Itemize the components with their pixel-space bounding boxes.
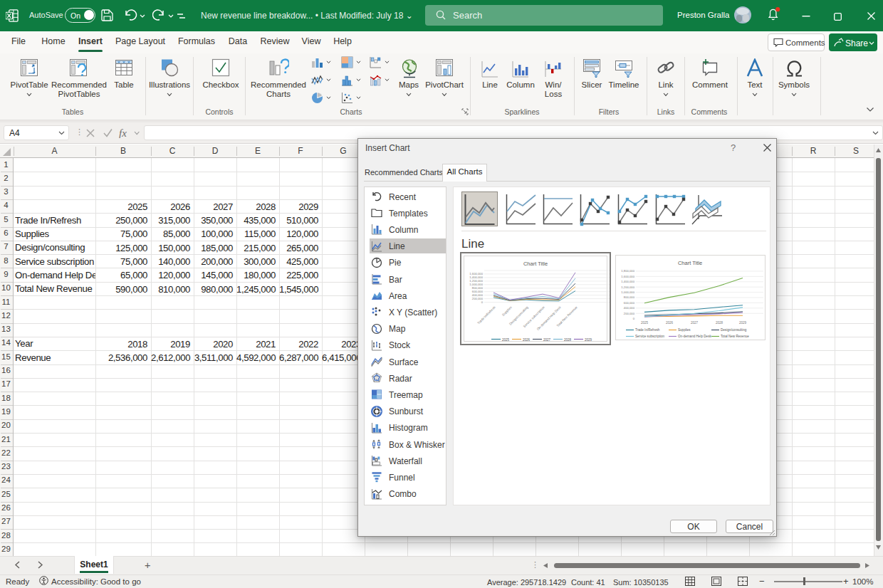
svg-text:600,000: 600,000 [624, 301, 635, 305]
svg-text:2028: 2028 [564, 338, 572, 342]
svg-text:2025: 2025 [641, 321, 649, 325]
svg-text:200,000: 200,000 [624, 312, 635, 315]
svg-text:0: 0 [633, 317, 635, 320]
svg-text:2026: 2026 [523, 338, 531, 342]
svg-text:2027: 2027 [691, 321, 699, 325]
svg-text:1,800,000: 1,800,000 [621, 269, 634, 273]
svg-text:Chart Title: Chart Title [523, 261, 548, 267]
svg-text:Supplies: Supplies [501, 305, 513, 317]
svg-text:2028: 2028 [716, 321, 723, 325]
svg-text:On-demand Help Desk: On-demand Help Desk [678, 335, 711, 338]
svg-text:400,000: 400,000 [624, 306, 635, 310]
svg-text:2027: 2027 [543, 338, 551, 342]
svg-text:Chart Title: Chart Title [678, 260, 702, 266]
svg-text:1,600,000: 1,600,000 [621, 275, 634, 278]
svg-text:Trade In/Refresh: Trade In/Refresh [476, 305, 496, 325]
svg-text:Supplies: Supplies [678, 328, 691, 332]
svg-text:Total New Revenue: Total New Revenue [721, 335, 749, 338]
svg-text:800,000: 800,000 [624, 295, 635, 299]
svg-text:Design/consulting: Design/consulting [721, 328, 747, 332]
svg-text:2026: 2026 [666, 321, 674, 325]
svg-text:Trade In/Refresh: Trade In/Refresh [635, 328, 660, 332]
svg-text:2025: 2025 [502, 338, 510, 342]
svg-text:2029: 2029 [739, 321, 747, 325]
svg-text:2029: 2029 [585, 338, 592, 342]
svg-text:1,000,000: 1,000,000 [621, 290, 634, 294]
svg-text:Service subscription: Service subscription [635, 335, 665, 338]
svg-text:fx: fx [119, 127, 127, 138]
svg-text:1,200,000: 1,200,000 [621, 285, 634, 289]
svg-text:0: 0 [481, 300, 484, 304]
svg-text:1,400,000: 1,400,000 [621, 280, 634, 283]
